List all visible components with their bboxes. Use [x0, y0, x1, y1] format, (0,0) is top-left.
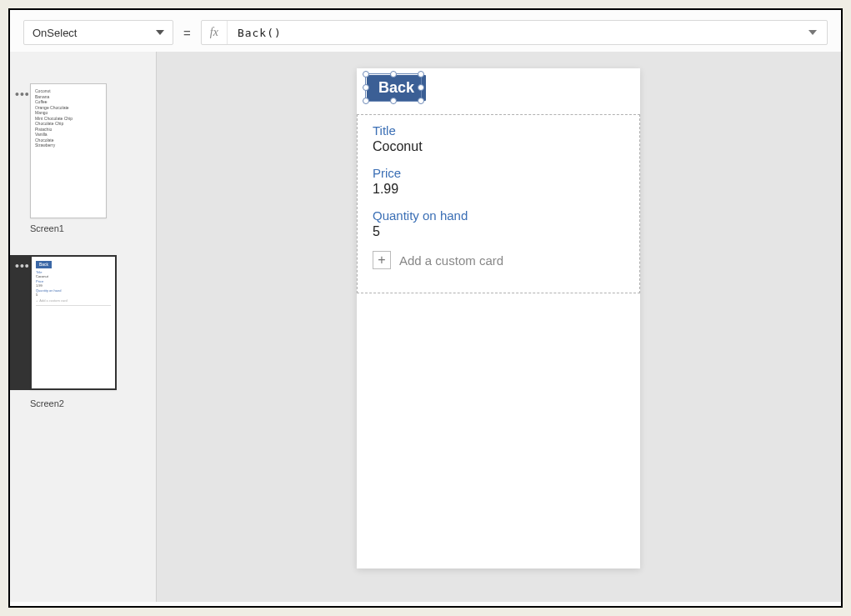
screen1-thumbnail: Coconut Banana Coffee Orange Chocolate M…: [30, 83, 107, 218]
more-icon[interactable]: •••: [10, 255, 30, 272]
add-custom-card[interactable]: + Add a custom card: [358, 243, 639, 293]
thumb-back-button: Back: [36, 261, 52, 268]
equals-label: =: [182, 20, 193, 45]
card-price[interactable]: Price 1.99: [358, 158, 639, 200]
thumb-price-value: 1.99: [36, 283, 111, 288]
fx-icon: fx: [202, 21, 228, 44]
screen1-label: Screen1: [30, 223, 148, 233]
phone-canvas: Back Title Coconut: [357, 68, 640, 568]
selection-handles[interactable]: [365, 73, 422, 102]
screen-thumb-2[interactable]: ••• Back Title Coconut Price 1.99 Quanti…: [10, 255, 156, 430]
screen2-thumbnail: Back Title Coconut Price 1.99 Quantity o…: [30, 255, 117, 390]
formula-bar: OnSelect = fx Back(): [10, 10, 841, 52]
screens-sidebar: ••• Coconut Banana Coffee Orange Chocola…: [10, 52, 157, 602]
app-frame: OnSelect = fx Back() ••• Coconut Banana …: [8, 8, 843, 608]
card-quantity[interactable]: Quantity on hand 5: [358, 200, 639, 243]
title-label: Title: [373, 123, 624, 138]
qty-label: Quantity on hand: [373, 208, 624, 223]
formula-input[interactable]: fx Back(): [201, 20, 828, 45]
plus-icon: +: [373, 251, 391, 269]
card-title[interactable]: Title Coconut: [358, 115, 639, 158]
screen-thumb-1[interactable]: ••• Coconut Banana Coffee Orange Chocola…: [10, 83, 156, 255]
qty-value: 5: [373, 224, 624, 239]
title-value: Coconut: [373, 139, 624, 154]
thumb-title-value: Coconut: [36, 274, 111, 278]
workspace: ••• Coconut Banana Coffee Orange Chocola…: [10, 52, 841, 602]
add-custom-label: Add a custom card: [399, 253, 503, 268]
property-selector[interactable]: OnSelect: [23, 20, 173, 45]
selected-indicator: •••: [10, 255, 30, 390]
formula-text: Back(): [228, 27, 292, 39]
price-label: Price: [373, 166, 624, 180]
thumb-add-custom: + Add a custom card: [36, 298, 111, 303]
display-form[interactable]: Title Coconut Price 1.99 Quantity on han…: [357, 114, 640, 293]
thumb-qty-value: 5: [36, 293, 111, 297]
list-item: Strawberry: [35, 143, 102, 148]
canvas-area[interactable]: Back Title Coconut: [157, 52, 841, 602]
price-value: 1.99: [373, 182, 624, 197]
property-selector-value: OnSelect: [33, 27, 77, 39]
screen2-label: Screen2: [30, 398, 156, 408]
more-icon[interactable]: •••: [15, 88, 30, 100]
